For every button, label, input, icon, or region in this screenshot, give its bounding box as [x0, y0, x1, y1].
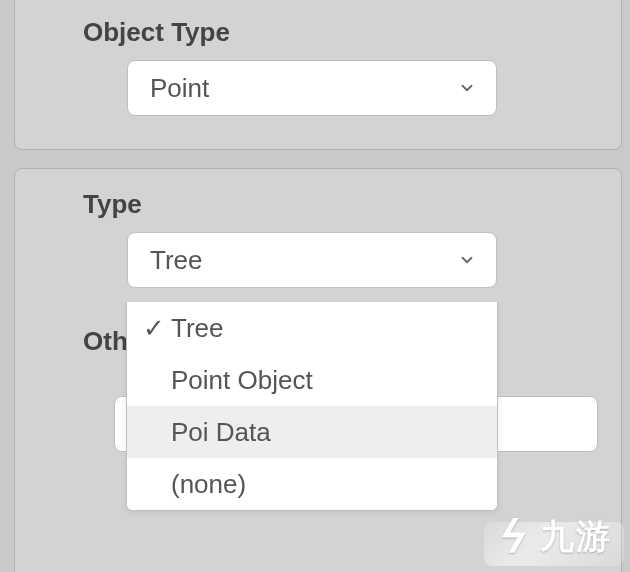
chevron-down-icon	[458, 79, 476, 97]
chevron-down-icon	[458, 251, 476, 269]
type-dropdown-item-point-object[interactable]: Point Object	[127, 354, 497, 406]
dropdown-item-label: Tree	[167, 313, 224, 344]
type-dropdown[interactable]: ✓ Tree Point Object Poi Data (none)	[126, 302, 498, 511]
object-type-panel: Object Type Point	[14, 0, 622, 150]
dropdown-item-label: Point Object	[167, 365, 313, 396]
object-type-label: Object Type	[83, 17, 621, 48]
type-label: Type	[83, 189, 621, 220]
dropdown-item-label: Poi Data	[167, 417, 271, 448]
type-dropdown-item-poi-data[interactable]: Poi Data	[127, 406, 497, 458]
type-dropdown-item-none[interactable]: (none)	[127, 458, 497, 510]
type-select-value: Tree	[150, 245, 458, 276]
type-dropdown-item-tree[interactable]: ✓ Tree	[127, 302, 497, 354]
type-select[interactable]: Tree	[127, 232, 497, 288]
check-icon: ✓	[141, 313, 167, 344]
object-type-select[interactable]: Point	[127, 60, 497, 116]
object-type-select-value: Point	[150, 73, 458, 104]
dropdown-item-label: (none)	[167, 469, 246, 500]
